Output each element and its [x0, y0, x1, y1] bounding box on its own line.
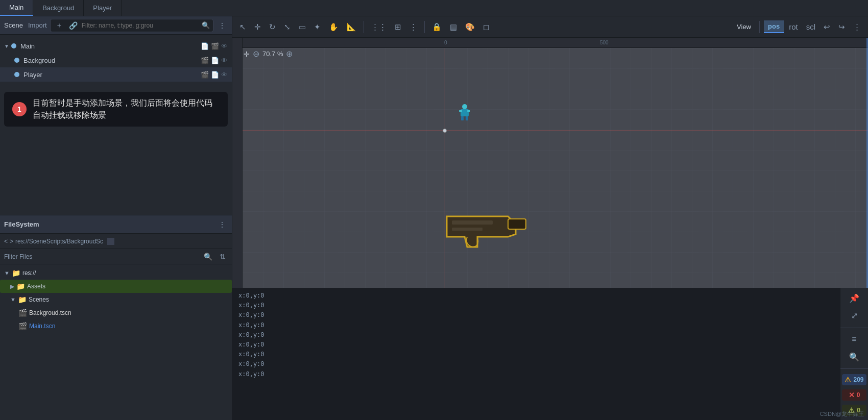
- tree-arrow-main: ▼: [4, 43, 9, 49]
- annotation-text: 目前暂时是手动添加场景，我们后面将会使用代码自动挂载或移除场景: [33, 97, 220, 121]
- ruler-mark-0: 0: [444, 40, 447, 45]
- toolbar-sep-3: [759, 21, 760, 33]
- rot-button[interactable]: rot: [786, 20, 801, 33]
- pin-btn[interactable]: 📌: [845, 292, 863, 305]
- bottom-area: x:0,y:0 x:0,y:0 x:0,y:0 x:0,y:0 x:0,y:0 …: [232, 288, 868, 420]
- console-line-3: x:0,y:0: [238, 310, 834, 320]
- camera-icon-player: 🎬: [201, 71, 209, 79]
- search-icon: 🔍: [202, 21, 210, 29]
- grid-btn[interactable]: ⊞: [392, 20, 404, 34]
- tree-label-player: Player: [23, 71, 199, 79]
- file-item-main-tscn[interactable]: 🎬 Main.tscn: [0, 319, 232, 333]
- viewport[interactable]: 0 500 ✛ ⊖ 70.7 % ⊕: [232, 38, 868, 288]
- console-line-7: x:0,y:0: [238, 350, 834, 359]
- file-item-backgroud-tscn[interactable]: 🎬 Backgroud.tscn: [0, 306, 232, 319]
- main-tscn-label: Main.tscn: [29, 323, 55, 330]
- warning-badge-btn[interactable]: ⚠ 209: [842, 374, 866, 385]
- fs-title: FileSystem: [4, 220, 39, 228]
- node-circle-main: [11, 43, 16, 48]
- search-sidebar-btn[interactable]: 🔍: [845, 350, 863, 363]
- tree-item-player[interactable]: Player 🎬 📄 👁: [0, 67, 232, 82]
- view-button[interactable]: View: [733, 21, 755, 33]
- rotate-tool-btn[interactable]: ↻: [266, 20, 279, 34]
- arrow-back-btn[interactable]: ↩: [821, 20, 833, 34]
- arrow-fwd-btn[interactable]: ↪: [835, 20, 848, 34]
- toolbar-more-btn[interactable]: ⋮: [850, 20, 864, 34]
- assets-label: Assets: [27, 283, 45, 290]
- breadcrumb-right-arrow[interactable]: >: [10, 238, 13, 245]
- particles-btn[interactable]: ✦: [311, 20, 324, 34]
- hand-tool-btn[interactable]: ✋: [326, 20, 342, 34]
- warning-count: 209: [853, 376, 863, 383]
- root-arrow: ▼: [4, 270, 10, 276]
- tscn-icon-bg: 🎬: [18, 309, 27, 317]
- group-btn[interactable]: ▤: [447, 20, 460, 34]
- scale-tool-btn[interactable]: ⤡: [281, 20, 294, 34]
- fs-header: FileSystem ⋮: [0, 215, 232, 234]
- import-label: Import: [28, 21, 47, 29]
- node-circle-player: [14, 72, 19, 77]
- tree-item-backgroud[interactable]: Backgroud 🎬 📄 👁: [0, 53, 232, 67]
- file-item-scenes[interactable]: ▼ 📁 Scenes: [0, 293, 232, 306]
- svg-rect-6: [508, 219, 526, 229]
- filter-files-search-btn[interactable]: 🔍: [202, 252, 214, 262]
- lock-btn[interactable]: 🔒: [429, 20, 445, 34]
- rect-tool-btn[interactable]: ▭: [296, 20, 309, 34]
- fs-more-btn[interactable]: ⋮: [216, 219, 228, 230]
- ruler-tool-btn[interactable]: 📐: [344, 20, 359, 34]
- tab-backgroud[interactable]: Backgroud: [33, 0, 84, 16]
- scene-filter-bar[interactable]: ＋ 🔗 🔍: [50, 19, 213, 32]
- svg-rect-3: [467, 110, 470, 112]
- annotation-overlay: 1 目前暂时是手动添加场景，我们后面将会使用代码自动挂载或移除场景: [4, 92, 228, 127]
- link-scene-btn[interactable]: 🔗: [67, 20, 80, 31]
- toolbar-sep-1: [364, 21, 364, 33]
- scene-header: Scene Import ＋ 🔗 🔍 ⋮: [0, 16, 232, 35]
- breadcrumb-left-arrow[interactable]: <: [4, 238, 8, 245]
- annotation-box: 1 目前暂时是手动添加场景，我们后面将会使用代码自动挂载或移除场景: [4, 92, 228, 127]
- tree-label-backgroud: Backgroud: [23, 57, 199, 64]
- backgroud-tscn-label: Backgroud.tscn: [29, 309, 71, 316]
- file-item-assets[interactable]: ▶ 📁 Assets: [0, 280, 232, 293]
- zoom-value: 70.7 %: [262, 50, 283, 58]
- filter-files-sort-btn[interactable]: ⇅: [218, 252, 228, 262]
- more-btn[interactable]: ⋮: [406, 20, 420, 34]
- eye-icon: 👁: [221, 42, 228, 50]
- zoom-out-btn[interactable]: ⊖: [253, 49, 259, 59]
- expand-panel-btn[interactable]: ⤢: [845, 309, 863, 323]
- filter-sidebar-btn[interactable]: ≡: [845, 333, 863, 347]
- expand-btn[interactable]: ◻: [480, 20, 492, 34]
- tab-main-label: Main: [9, 4, 23, 11]
- console-line-8: x:0,y:0: [238, 359, 834, 369]
- scene-more-btn[interactable]: ⋮: [216, 20, 228, 31]
- sidebar-sep-2: [840, 368, 868, 369]
- output-console[interactable]: x:0,y:0 x:0,y:0 x:0,y:0 x:0,y:0 x:0,y:0 …: [232, 288, 840, 420]
- console-line-4: x:0,y:0: [238, 320, 834, 330]
- tree-item-main[interactable]: ▼ Main 📄 🎬 👁: [0, 39, 232, 53]
- select-tool-btn[interactable]: ↖: [236, 20, 249, 34]
- tab-player[interactable]: Player: [84, 0, 122, 16]
- sidebar-sep: [840, 328, 868, 328]
- script-icon-bg: 📄: [211, 57, 219, 64]
- breadcrumb-bar: < > res://SceneScripts/BackgroudSc: [0, 234, 232, 249]
- filter-files-bar: Filter Files 🔍 ⇅: [0, 249, 232, 264]
- error-icon: ✕: [849, 391, 855, 399]
- tab-main[interactable]: Main: [0, 0, 33, 16]
- breadcrumb-folder-icon: [107, 238, 114, 245]
- root-folder-icon: 📁: [12, 269, 20, 277]
- scl-button[interactable]: scl: [803, 20, 818, 33]
- paint-btn[interactable]: 🎨: [462, 20, 478, 34]
- script-icon-player: 📄: [211, 71, 219, 79]
- move-tool-btn[interactable]: ✛: [251, 20, 264, 34]
- scene-filter-input[interactable]: [82, 22, 200, 29]
- assets-folder-icon: 📁: [16, 282, 25, 290]
- scene-title: Scene: [4, 21, 23, 29]
- add-scene-btn[interactable]: ＋: [54, 20, 65, 31]
- toolbar-sep-2: [424, 21, 425, 33]
- player-sprite: [457, 104, 472, 122]
- error-badge-btn[interactable]: ✕ 0: [842, 389, 866, 401]
- file-item-root[interactable]: ▼ 📁 res://: [0, 266, 232, 280]
- snap-btn[interactable]: ⋮⋮: [368, 20, 390, 34]
- pos-button[interactable]: pos: [764, 20, 784, 33]
- crosshair-horizontal: [243, 131, 868, 131]
- zoom-in-btn[interactable]: ⊕: [286, 49, 293, 59]
